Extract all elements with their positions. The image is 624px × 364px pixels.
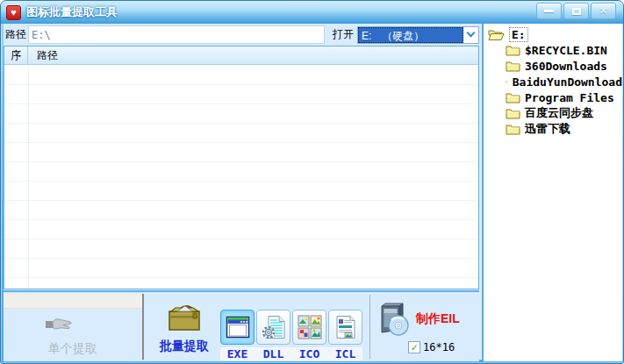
maximize-button[interactable] bbox=[563, 3, 589, 19]
icl-list-document-icon bbox=[334, 315, 358, 339]
action-panel: 单个提取 批量提取 bbox=[4, 290, 479, 361]
close-icon: ✕ bbox=[599, 5, 607, 17]
dll-gear-document-icon bbox=[262, 315, 286, 339]
size-16-label: 16*16 bbox=[423, 341, 455, 353]
size-16-checkbox[interactable]: ✓ bbox=[408, 341, 420, 353]
maximize-icon bbox=[572, 8, 581, 15]
software-box-cd-icon bbox=[376, 301, 411, 338]
file-type-labels: EXE DLL ICO ICL bbox=[220, 347, 362, 360]
list-body[interactable] bbox=[4, 66, 478, 289]
tree-item-label[interactable]: E: bbox=[509, 27, 528, 42]
tree-item-label[interactable]: $RECYCLE.BIN bbox=[525, 44, 607, 57]
briefcase-icon bbox=[166, 303, 203, 334]
path-label: 路径 bbox=[4, 27, 28, 42]
drive-select-dropdown-button[interactable] bbox=[463, 27, 478, 43]
minimize-button[interactable] bbox=[536, 3, 562, 19]
minimize-icon bbox=[544, 10, 554, 12]
icl-filter-button[interactable] bbox=[328, 310, 362, 345]
titlebar[interactable]: ♥ 图标批量提取工具 ✕ bbox=[1, 1, 623, 24]
folder-icon bbox=[506, 75, 508, 88]
app-heart-icon: ♥ bbox=[6, 5, 21, 20]
column-header-path[interactable]: 路径 bbox=[28, 46, 478, 64]
tree-item-thunder-download[interactable]: 迅雷下载 bbox=[484, 121, 622, 137]
size-option: ✓ 16*16 bbox=[408, 341, 455, 353]
close-button[interactable]: ✕ bbox=[591, 3, 616, 19]
hand-extract-icon bbox=[44, 315, 74, 334]
chevron-down-icon bbox=[467, 29, 476, 38]
path-input[interactable] bbox=[28, 25, 325, 44]
folder-icon bbox=[506, 91, 520, 103]
tree-item-label[interactable]: BaiduYunDownload bbox=[513, 75, 622, 89]
exe-filter-label[interactable]: EXE bbox=[220, 347, 255, 360]
folder-icon bbox=[506, 107, 520, 119]
batch-extract-button[interactable]: 批量提取 bbox=[151, 303, 218, 354]
window-content: 路径 打开 E: （硬盘） 序 路径 bbox=[4, 24, 620, 360]
exe-filter-button[interactable] bbox=[220, 310, 255, 345]
tree-item-baidu-sync[interactable]: 百度云同步盘 bbox=[484, 105, 622, 121]
batch-extract-label: 批量提取 bbox=[151, 339, 218, 354]
tree-item-program-files[interactable]: Program Files bbox=[484, 89, 622, 105]
ico-filter-button[interactable] bbox=[292, 310, 326, 345]
app-window: ♥ 图标批量提取工具 ✕ 路径 打开 E: （硬盘） 序 路径 bbox=[0, 0, 624, 364]
dll-filter-button[interactable] bbox=[256, 310, 290, 345]
folder-icon bbox=[506, 60, 520, 72]
folder-icon bbox=[506, 44, 520, 56]
tree-item-recycle-bin[interactable]: $RECYCLE.BIN bbox=[484, 42, 622, 58]
tree-item-label[interactable]: 360Downloads bbox=[525, 60, 607, 73]
extract-list[interactable]: 序 路径 bbox=[4, 46, 479, 289]
tree-item-label[interactable]: 百度云同步盘 bbox=[525, 105, 593, 121]
panel-divider bbox=[369, 295, 370, 359]
single-extract-button-top bbox=[4, 294, 142, 309]
heart-glyph: ♥ bbox=[11, 7, 17, 18]
open-folder-icon bbox=[488, 28, 505, 41]
window-controls: ✕ bbox=[536, 3, 616, 19]
folder-tree[interactable]: E: $RECYCLE.BIN 360Downloads BaiduYunDow… bbox=[482, 24, 622, 361]
single-extract-button[interactable]: 单个提取 bbox=[4, 294, 144, 360]
drive-selected-value: E: （硬盘） bbox=[358, 27, 463, 43]
list-header: 序 路径 bbox=[4, 46, 478, 65]
tree-item-label[interactable]: 迅雷下载 bbox=[525, 121, 570, 137]
folder-icon bbox=[506, 123, 520, 135]
make-eil-label: 制作EIL bbox=[416, 311, 460, 327]
exe-window-icon bbox=[226, 315, 250, 339]
tree-item-360downloads[interactable]: 360Downloads bbox=[484, 58, 622, 74]
path-toolbar: 路径 打开 E: （硬盘） bbox=[4, 24, 479, 46]
column-gridline bbox=[28, 66, 29, 289]
check-icon: ✓ bbox=[411, 341, 417, 353]
open-label: 打开 bbox=[331, 27, 355, 42]
window-title: 图标批量提取工具 bbox=[26, 4, 118, 20]
tree-item-drive-root[interactable]: E: bbox=[484, 26, 622, 42]
file-type-buttons bbox=[220, 310, 362, 345]
drive-select[interactable]: E: （硬盘） bbox=[357, 26, 479, 44]
dll-filter-label[interactable]: DLL bbox=[256, 347, 290, 360]
ico-images-icon bbox=[298, 315, 322, 339]
tree-item-label[interactable]: Program Files bbox=[525, 91, 614, 104]
single-extract-label: 单个提取 bbox=[4, 341, 142, 357]
ico-filter-label[interactable]: ICO bbox=[292, 347, 326, 360]
column-header-index[interactable]: 序 bbox=[4, 46, 28, 64]
make-eil-button[interactable]: 制作EIL bbox=[376, 301, 460, 338]
tree-item-baiduyundownload[interactable]: BaiduYunDownload bbox=[484, 74, 622, 89]
icl-filter-label[interactable]: ICL bbox=[328, 347, 362, 360]
